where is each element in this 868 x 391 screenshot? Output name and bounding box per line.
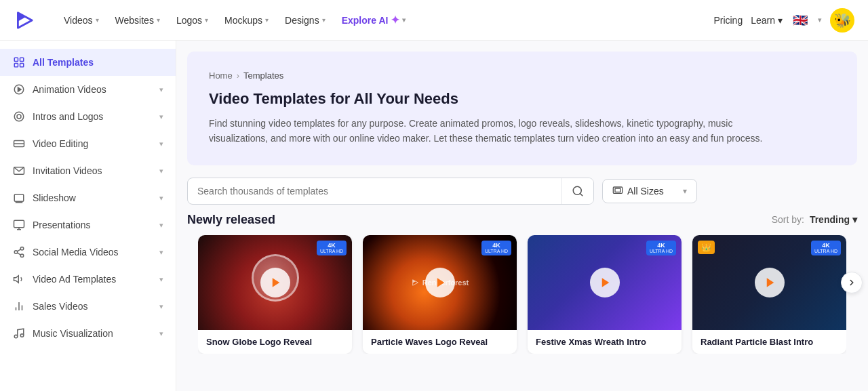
svg-point-22: [20, 254, 24, 258]
user-avatar[interactable]: 🐝: [830, 8, 854, 33]
template-label: Particle Waves Logo Reveal: [363, 330, 517, 354]
template-card-festive-xmas[interactable]: 4K ULTRA HD Festive Xmas Wreath Intro: [528, 235, 682, 354]
chevron-down-icon: ▾: [159, 140, 163, 148]
svg-marker-36: [437, 278, 445, 287]
scroll-right-button[interactable]: [841, 272, 863, 293]
template-card-radiant-particle[interactable]: 4K ULTRA HD 👑 Radiant Particle Blast Int…: [692, 235, 846, 354]
share-icon: [12, 245, 26, 259]
chevron-down-icon: ▾: [159, 302, 163, 311]
template-label: Radiant Particle Blast Intro: [692, 330, 846, 354]
sidebar-item-label: Video Editing: [33, 138, 88, 149]
grid-icon: [12, 56, 26, 69]
star-icon: [12, 110, 26, 123]
nav-right: Pricing Learn ▾ 🇬🇧 ▾ 🐝: [713, 8, 854, 33]
template-thumbnail: 4K ULTRA HD: [198, 235, 352, 330]
music-icon: [12, 327, 26, 340]
sidebar-item-animation-videos[interactable]: Animation Videos ▾: [0, 76, 176, 103]
sidebar-item-social-media-videos[interactable]: Social Media Videos ▾: [0, 239, 176, 266]
play-button[interactable]: [590, 268, 620, 297]
hero-title: Video Templates for All Your Needs: [209, 90, 835, 108]
svg-marker-39: [602, 278, 610, 287]
sidebar-item-label: Presentations: [33, 220, 91, 230]
chevron-down-icon: ▾: [159, 85, 163, 94]
sidebar-item-music-visualization[interactable]: Music Visualization ▾: [0, 320, 176, 347]
svg-point-21: [14, 251, 18, 254]
sidebar-item-label: Music Visualization: [33, 328, 113, 339]
play-button[interactable]: [260, 268, 290, 297]
language-chevron-icon: ▾: [818, 16, 822, 24]
main-content: Home › Templates Video Templates for All…: [176, 41, 868, 391]
svg-point-30: [20, 334, 24, 337]
chevron-down-icon: ▾: [205, 16, 208, 24]
template-thumbnail: 4K ULTRA HD: [528, 235, 682, 330]
nav-videos[interactable]: Videos ▾: [57, 11, 106, 30]
template-card-snow-globe[interactable]: 4K ULTRA HD Snow Globe Logo Reveal: [198, 235, 352, 354]
svg-point-9: [17, 115, 21, 119]
size-select[interactable]: All Sizes ▾: [602, 179, 697, 203]
template-thumbnail: 4K ULTRA HD 👑: [692, 235, 846, 330]
4k-badge: 4K ULTRA HD: [646, 241, 676, 255]
chevron-down-icon: ▾: [159, 275, 163, 284]
search-container: [187, 178, 594, 205]
svg-point-8: [14, 112, 24, 121]
chevron-down-icon: ▾: [159, 221, 163, 230]
svg-point-20: [20, 247, 24, 251]
chevron-down-icon: ▾: [157, 16, 160, 24]
hero-section: Home › Templates Video Templates for All…: [187, 52, 857, 165]
crown-badge: 👑: [698, 241, 715, 254]
sidebar-item-intros-logos[interactable]: Intros and Logos ▾: [0, 103, 176, 130]
section-header: Newly released Sort by: Trending ▾: [187, 213, 857, 227]
sidebar-item-presentations[interactable]: Presentations ▾: [0, 211, 176, 239]
svg-rect-13: [14, 194, 24, 202]
hero-description: Find stunning video templates for any pu…: [209, 116, 765, 146]
pricing-link[interactable]: Pricing: [713, 15, 743, 26]
chevron-down-icon: ▾: [778, 15, 783, 26]
monitor-icon: [12, 218, 26, 232]
search-row: All Sizes ▾: [187, 178, 857, 205]
sidebar-item-video-ad-templates[interactable]: Video Ad Templates ▾: [0, 266, 176, 293]
play-icon: [12, 83, 26, 96]
nav-items: Videos ▾ Websites ▾ Logos ▾ Mockups ▾ De…: [57, 9, 697, 30]
templates-grid: 4K ULTRA HD Snow Globe Logo Reveal: [198, 235, 846, 354]
chart-icon: [12, 300, 26, 313]
nav-designs[interactable]: Designs ▾: [278, 11, 332, 30]
nav-explore-ai[interactable]: Explore AI ✦ ▾: [335, 9, 413, 30]
logo[interactable]: [14, 9, 35, 31]
chevron-down-icon: ▾: [402, 16, 406, 24]
svg-marker-25: [14, 276, 19, 283]
sidebar-item-label: Video Ad Templates: [33, 274, 116, 285]
sidebar-item-sales-videos[interactable]: Sales Videos ▾: [0, 293, 176, 320]
play-button[interactable]: [755, 268, 785, 297]
scissors-icon: [12, 137, 26, 150]
nav-mockups[interactable]: Mockups ▾: [218, 11, 275, 30]
play-button[interactable]: [425, 268, 455, 297]
template-card-particle-waves[interactable]: Renderforest 4K ULTRA HD Particle Waves …: [363, 235, 517, 354]
sidebar-item-label: Intros and Logos: [33, 111, 103, 122]
svg-line-24: [17, 249, 20, 251]
nav-websites[interactable]: Websites ▾: [108, 11, 167, 30]
sidebar-item-label: All Templates: [33, 57, 94, 68]
size-icon: All Sizes: [612, 186, 664, 197]
svg-line-23: [17, 253, 20, 255]
breadcrumb-current: Templates: [243, 70, 283, 81]
images-icon: [12, 191, 26, 205]
sidebar-item-slideshow[interactable]: Slideshow ▾: [0, 184, 176, 211]
nav-logos[interactable]: Logos ▾: [170, 11, 215, 30]
language-selector[interactable]: 🇬🇧: [791, 14, 810, 27]
breadcrumb-home[interactable]: Home: [209, 70, 233, 81]
chevron-down-icon: ▾: [683, 186, 687, 196]
sidebar-item-invitation-videos[interactable]: Invitation Videos ▾: [0, 157, 176, 184]
template-thumbnail: Renderforest 4K ULTRA HD: [363, 235, 517, 330]
search-button[interactable]: [561, 178, 593, 204]
4k-badge: 4K ULTRA HD: [481, 241, 511, 255]
sidebar-item-video-editing[interactable]: Video Editing ▾: [0, 130, 176, 157]
sort-value[interactable]: Trending ▾: [810, 214, 857, 225]
svg-rect-3: [20, 58, 24, 61]
sidebar-item-all-templates[interactable]: All Templates: [0, 49, 176, 76]
search-input[interactable]: [188, 179, 561, 203]
learn-link[interactable]: Learn ▾: [751, 15, 783, 26]
svg-rect-17: [14, 220, 24, 228]
sidebar-item-label: Invitation Videos: [33, 165, 102, 176]
star-icon: ✦: [391, 14, 399, 26]
chevron-down-icon: ▾: [265, 16, 269, 24]
